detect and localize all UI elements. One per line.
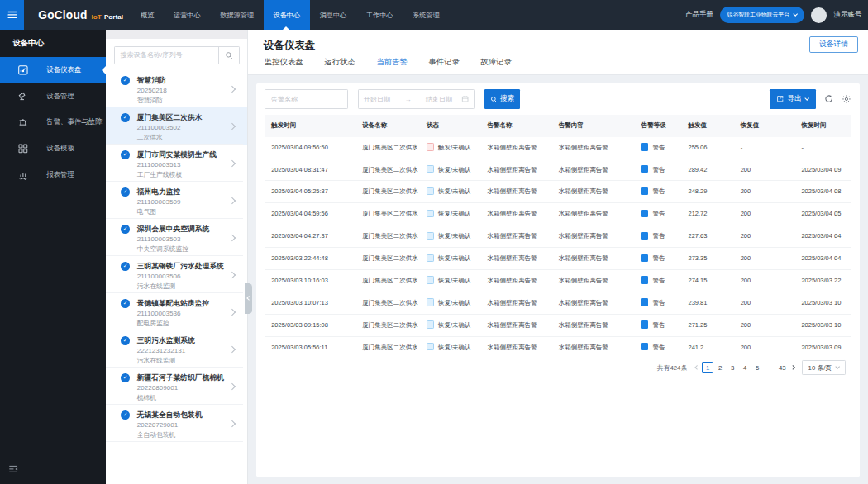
device-list-item[interactable]: 三明污水监测系统 2221231232131 污水在线监测	[106, 330, 247, 368]
product-manual-link[interactable]: 产品手册	[685, 10, 713, 20]
cell-trigger-time: 2025/03/03 10:07:13	[265, 292, 355, 315]
nav-item-datasource[interactable]: 数据源管理	[210, 0, 263, 30]
table-row[interactable]: 2025/03/04 05:25:37 厦门集美区二次供水 恢复/未确认 水箱侧…	[265, 181, 851, 203]
sidebar-collapse-button[interactable]	[7, 463, 19, 475]
device-template-name: 污水在线监测	[137, 356, 247, 365]
account-name[interactable]: 演示账号	[834, 10, 862, 20]
export-button[interactable]: 导出	[770, 89, 816, 109]
page-number[interactable]: 2	[714, 362, 726, 373]
prev-page-button[interactable]	[693, 366, 702, 369]
table-row[interactable]: 2025/03/04 04:27:37 厦门集美区二次供水 恢复/未确认 水箱侧…	[265, 225, 851, 248]
cell-status: 恢复/未确认	[420, 203, 481, 225]
menu-toggle-button[interactable]	[0, 0, 24, 30]
cell-recover-value: -	[734, 137, 795, 159]
template-grid-icon	[17, 143, 29, 154]
cell-alarm-level: 警告	[635, 203, 682, 225]
sidebar-item-device-template[interactable]: 设备模板	[0, 135, 106, 162]
status-square-icon	[427, 210, 434, 217]
dashboard-icon	[17, 64, 29, 76]
nav-item-device-center[interactable]: 设备中心	[264, 0, 310, 30]
device-search-button[interactable]	[218, 47, 239, 63]
total-count: 共有424条	[657, 363, 687, 372]
table-row[interactable]: 2025/03/04 04:59:56 厦门集美区二次供水 恢复/未确认 水箱侧…	[265, 203, 851, 225]
platform-selector[interactable]: 锐谷智联工业物联云平台	[720, 7, 804, 22]
level-square-icon	[641, 254, 649, 262]
device-name: 三明污水监测系统	[137, 335, 195, 346]
cell-trigger-time: 2025/03/03 05:56:11	[265, 337, 355, 359]
device-list-item[interactable]: 无锡某全自动包装机 20220729001 全自动包装机	[106, 405, 247, 442]
cell-recover-time: 2025/03/03 10	[794, 292, 851, 315]
device-list-item[interactable]: 景德镇某配电站房监控 211100003536 配电房监控	[106, 293, 247, 330]
avatar[interactable]	[811, 7, 827, 23]
device-list-item[interactable]: 厦门集美区二次供水 211100003502 二次供水	[106, 107, 247, 145]
device-list-item[interactable]: 新疆石河子某纺织厂梳棉机 20220809001 梳棉机	[106, 368, 247, 405]
refresh-button[interactable]	[824, 94, 833, 103]
tab-running-status[interactable]: 运行状态	[323, 57, 356, 74]
device-detail-button[interactable]: 设备详情	[809, 36, 857, 53]
page-number[interactable]: 1	[702, 362, 713, 373]
settings-gear-button[interactable]	[842, 94, 851, 104]
sidebar-item-alarm-events[interactable]: 告警、事件与故障	[0, 110, 106, 136]
table-row[interactable]: 2025/03/03 22:44:48 厦门集美区二次供水 恢复/未确认 水箱侧…	[265, 248, 851, 270]
page-title: 设备仪表盘	[264, 30, 868, 53]
nav-item-message-center[interactable]: 消息中心	[310, 0, 356, 30]
cell-alarm-name: 水箱侧壁距离告警	[480, 292, 551, 315]
cell-alarm-name: 水箱侧壁距离告警	[480, 203, 551, 225]
device-list-item[interactable]: 厦门市同安某模切生产线 211100003513 工厂生产线模板	[106, 145, 247, 182]
device-list-item[interactable]: 智慧消防 20250218 智慧消防	[106, 70, 247, 107]
page-number[interactable]: 5	[751, 362, 763, 373]
table-row[interactable]: 2025/03/03 10:07:13 厦门集美区二次供水 恢复/未确认 水箱侧…	[265, 292, 851, 315]
device-icon	[17, 91, 29, 102]
device-list-item[interactable]: 三明某钢铁厂污水处理系统 211100003506 污水在线监测	[106, 256, 247, 293]
device-list-item[interactable]: 深圳会展中央空调系统 211100003503 中央空调系统监控	[106, 219, 247, 256]
panel-top-band	[106, 30, 247, 39]
table-row[interactable]: 2025/03/04 09:56:50 厦门集美区二次供水 触发/未确认 水箱侧…	[265, 137, 851, 159]
alarm-icon	[17, 117, 29, 129]
cell-alarm-name: 水箱侧壁距离告警	[480, 337, 551, 359]
cell-recover-value: 200	[734, 225, 795, 248]
sidebar-item-report-management[interactable]: 报表管理	[0, 162, 106, 188]
cell-device-name: 厦门集美区二次供水	[355, 337, 420, 359]
tab-event-records[interactable]: 事件记录	[427, 57, 460, 74]
table-row[interactable]: 2025/03/03 05:56:11 厦门集美区二次供水 恢复/未确认 水箱侧…	[265, 337, 851, 359]
nav-item-overview[interactable]: 概览	[131, 0, 164, 30]
page-number[interactable]: 43	[776, 362, 788, 373]
device-list: 智慧消防 20250218 智慧消防 厦门集美区二次供水 21110000350…	[106, 70, 247, 484]
tab-fault-records[interactable]: 故障记录	[479, 57, 513, 74]
cell-trigger-value: 227.63	[681, 225, 733, 248]
device-search-input[interactable]	[115, 47, 218, 63]
table-row[interactable]: 2025/03/03 10:16:03 厦门集美区二次供水 恢复/未确认 水箱侧…	[265, 270, 851, 292]
sidebar-item-device-management[interactable]: 设备管理	[0, 83, 106, 110]
next-page-button[interactable]	[789, 366, 798, 369]
alarm-name-input[interactable]	[265, 89, 348, 109]
nav-item-system[interactable]: 系统管理	[403, 0, 449, 30]
tab-monitor-dashboard[interactable]: 监控仪表盘	[264, 57, 304, 74]
cell-alarm-name: 水箱侧壁距离告警	[480, 270, 551, 292]
report-chart-icon	[17, 169, 29, 181]
panel-collapse-handle[interactable]	[245, 283, 252, 314]
level-square-icon	[641, 343, 649, 350]
table-row[interactable]: 2025/03/03 09:15:08 厦门集美区二次供水 恢复/未确认 水箱侧…	[265, 315, 851, 337]
page-number[interactable]: ···	[764, 362, 775, 373]
sidebar: 设备中心 设备仪表盘 设备管理 告警、事件与故障 设备模板 报表管理	[0, 30, 106, 484]
nav-item-work-center[interactable]: 工作中心	[356, 0, 403, 30]
nav-item-operation-center[interactable]: 运营中心	[164, 0, 210, 30]
device-name: 厦门集美区二次供水	[137, 112, 203, 123]
sidebar-item-device-dashboard[interactable]: 设备仪表盘	[0, 57, 106, 83]
page-size-select[interactable]: 10 条/页	[802, 360, 846, 376]
device-template-name: 梳棉机	[137, 393, 247, 402]
page-number[interactable]: 3	[727, 362, 738, 373]
logo-main: GoCloud	[38, 9, 87, 21]
table-row[interactable]: 2025/03/04 08:31:47 厦门集美区二次供水 恢复/未确认 水箱侧…	[265, 159, 851, 182]
search-button[interactable]: 搜索	[484, 89, 521, 109]
date-range-picker[interactable]: 开始日期 → 结束日期	[358, 89, 475, 109]
pagination: 共有424条 12345···43 10 条/页	[265, 360, 851, 376]
cell-recover-value: 200	[734, 248, 795, 270]
cell-status: 恢复/未确认	[420, 337, 481, 359]
device-list-item[interactable]: 福州电力监控 211100003509 电气图	[106, 182, 247, 219]
page-number[interactable]: 4	[739, 362, 751, 373]
cell-alarm-level: 警告	[635, 181, 682, 203]
app-root: GoCloud IoT Portal 概览 运营中心 数据源管理 设备中心 消息…	[0, 0, 868, 484]
cell-alarm-level: 警告	[635, 159, 682, 182]
tab-current-alarms[interactable]: 当前告警	[375, 57, 408, 74]
